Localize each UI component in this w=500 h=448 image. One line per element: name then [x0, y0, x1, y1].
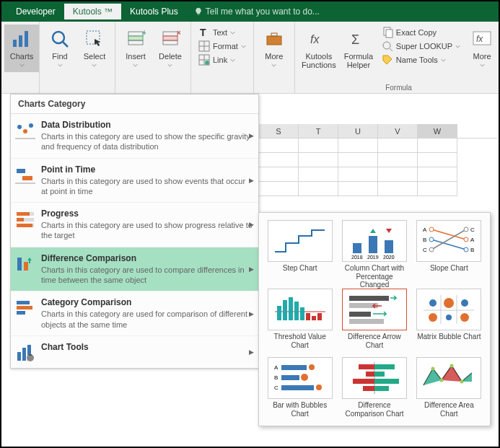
gallery-diff-area[interactable]: Difference Area Chart	[413, 354, 486, 421]
lookup-icon	[382, 40, 393, 52]
ribbon-find[interactable]: Find	[43, 25, 77, 93]
ribbon-more[interactable]: More	[257, 25, 291, 72]
svg-point-21	[205, 61, 209, 65]
svg-rect-103	[281, 375, 299, 380]
chevron-right-icon: ▶	[249, 221, 254, 228]
fx-icon: fx	[307, 27, 330, 50]
svg-rect-109	[359, 364, 374, 369]
col-header[interactable]: S	[259, 124, 299, 138]
svg-point-73	[464, 247, 468, 252]
category-chart-tools[interactable]: Chart Tools ▶	[11, 336, 258, 368]
svg-rect-88	[349, 319, 384, 324]
gallery-threshold-chart[interactable]: Threshold Value Chart	[263, 286, 336, 353]
chart-gallery: Step Chart 201820192020 Column Chart wit…	[258, 212, 491, 426]
distribution-icon	[15, 121, 35, 140]
ribbon-format[interactable]: Format	[196, 40, 249, 53]
svg-rect-0	[13, 40, 17, 47]
col-header[interactable]: U	[338, 124, 378, 138]
gallery-difference-arrow[interactable]: Difference Arrow Chart	[338, 286, 411, 353]
svg-line-67	[431, 229, 466, 240]
gallery-step-chart[interactable]: Step Chart	[263, 217, 336, 284]
ribbon-charts[interactable]: Charts	[4, 25, 39, 72]
matrix-bubble-icon	[420, 291, 478, 328]
category-progress[interactable]: ProgressCharts in this category are used…	[11, 203, 258, 247]
diff-area-icon	[420, 360, 478, 396]
gallery-slope-chart[interactable]: ABCCAB Slope Chart	[413, 217, 486, 284]
svg-rect-11	[163, 36, 177, 40]
cursor-select-icon	[83, 27, 106, 50]
ribbon-super-lookup[interactable]: Super LOOKUP	[379, 40, 463, 53]
tab-developer[interactable]: Developer	[7, 4, 64, 19]
col-header[interactable]: W	[418, 124, 457, 138]
diff-comp-icon	[346, 360, 403, 396]
tell-me-search[interactable]: Tell me what you want to do...	[194, 6, 320, 17]
gallery-diff-comparison[interactable]: Difference Comparison Chart	[338, 354, 411, 421]
ribbon-link[interactable]: Link	[196, 53, 249, 66]
svg-point-102	[309, 364, 315, 370]
ribbon-kutools-functions[interactable]: fx Kutools Functions	[298, 25, 340, 82]
difference-icon	[15, 255, 35, 273]
svg-point-90	[444, 298, 454, 308]
ribbon-formula-helper[interactable]: Σ Formula Helper	[340, 25, 377, 82]
svg-rect-48	[17, 306, 32, 309]
spreadsheet-grid[interactable]: S T U V W	[259, 124, 497, 203]
svg-point-28	[383, 42, 390, 49]
svg-text:A: A	[470, 237, 475, 243]
svg-rect-12	[163, 40, 177, 45]
diff-arrow-icon	[346, 291, 403, 328]
chevron-right-icon: ▶	[249, 265, 254, 273]
svg-text:A: A	[274, 364, 278, 371]
dropdown-header: Charts Category	[11, 95, 258, 114]
category-category-comparison[interactable]: Category ComparisonCharts in this catego…	[11, 291, 258, 336]
gallery-bar-bubbles[interactable]: ABC Bar with Bubbles Chart	[263, 354, 336, 421]
svg-text:C: C	[274, 385, 278, 391]
svg-rect-6	[128, 32, 143, 36]
ribbon-select[interactable]: Select	[77, 25, 112, 93]
gallery-matrix-bubble[interactable]: Matrix Bubble Chart	[413, 286, 486, 353]
tab-kutools[interactable]: Kutools ™	[64, 4, 121, 19]
svg-rect-57	[385, 240, 393, 253]
insert-rows-icon: +	[124, 27, 147, 50]
svg-point-74	[429, 247, 434, 252]
svg-point-33	[23, 129, 27, 133]
ribbon-name-tools[interactable]: Name Tools	[379, 53, 463, 66]
svg-point-118	[440, 379, 444, 382]
svg-text:B: B	[470, 247, 474, 253]
ribbon-insert[interactable]: + Insert	[118, 25, 153, 93]
chevron-down-icon	[19, 63, 25, 68]
charts-category-dropdown: Charts Category Data DistributionCharts …	[10, 94, 259, 369]
col-header[interactable]: T	[299, 124, 338, 138]
ribbon-more-formula[interactable]: fx More	[465, 25, 499, 82]
svg-line-68	[431, 240, 466, 250]
svg-rect-85	[349, 296, 389, 301]
tag-icon	[382, 54, 393, 66]
svg-rect-2	[25, 31, 28, 47]
column-pct-icon: 201820192020	[346, 223, 403, 259]
svg-rect-7	[128, 36, 143, 40]
svg-point-94	[460, 313, 469, 322]
ribbon-exact-copy[interactable]: Exact Copy	[379, 26, 463, 39]
col-header[interactable]: V	[378, 124, 418, 138]
svg-text:Σ: Σ	[351, 32, 359, 47]
group-label-formula: Formula	[295, 84, 500, 92]
svg-point-104	[301, 374, 308, 381]
grid-icon	[198, 40, 210, 52]
svg-text:C: C	[423, 247, 427, 253]
svg-rect-101	[281, 365, 307, 370]
tab-kutools-plus[interactable]: Kutools Plus	[121, 4, 187, 19]
gallery-column-percentage[interactable]: 201820192020 Column Chart with Percentag…	[338, 217, 411, 284]
ribbon-delete[interactable]: × Delete	[153, 25, 188, 93]
svg-text:2018: 2018	[351, 255, 363, 259]
bar-bubbles-icon: ABC	[271, 360, 329, 396]
svg-rect-49	[17, 311, 25, 315]
svg-rect-80	[294, 302, 299, 320]
svg-text:+: +	[142, 29, 146, 37]
category-point-in-time[interactable]: Point in TimeCharts in this category are…	[11, 159, 258, 203]
svg-rect-40	[17, 212, 30, 216]
svg-rect-113	[353, 379, 374, 384]
svg-rect-44	[17, 224, 32, 227]
svg-point-34	[29, 123, 33, 128]
ribbon-text[interactable]: TText	[196, 26, 249, 39]
category-data-distribution[interactable]: Data DistributionCharts in this category…	[11, 114, 258, 159]
category-difference-comparison[interactable]: Difference ComparisonCharts in this cate…	[11, 247, 258, 292]
